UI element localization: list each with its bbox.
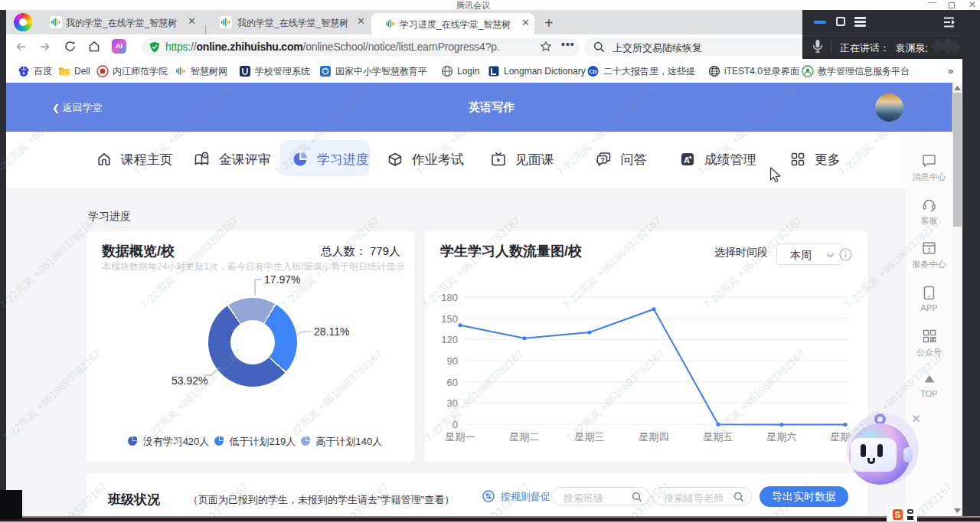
svg-text:星期六: 星期六 [767, 431, 797, 443]
svg-text:星期二: 星期二 [510, 431, 540, 443]
svg-text:0: 0 [452, 419, 458, 430]
svg-text:CD: CD [589, 69, 596, 74]
svg-text:?: ? [600, 156, 605, 164]
svg-text:A: A [684, 155, 690, 165]
svg-text:星期三: 星期三 [575, 431, 605, 443]
svg-text:120: 120 [441, 334, 458, 345]
svg-text:星期一: 星期一 [446, 431, 475, 443]
svg-text:星期四: 星期四 [639, 431, 669, 443]
svg-text:90: 90 [447, 355, 458, 367]
svg-text:180: 180 [441, 292, 458, 303]
svg-text:150: 150 [441, 313, 458, 325]
svg-text:60: 60 [447, 377, 458, 388]
svg-text:星期五: 星期五 [704, 431, 733, 443]
svg-text:30: 30 [447, 397, 458, 409]
